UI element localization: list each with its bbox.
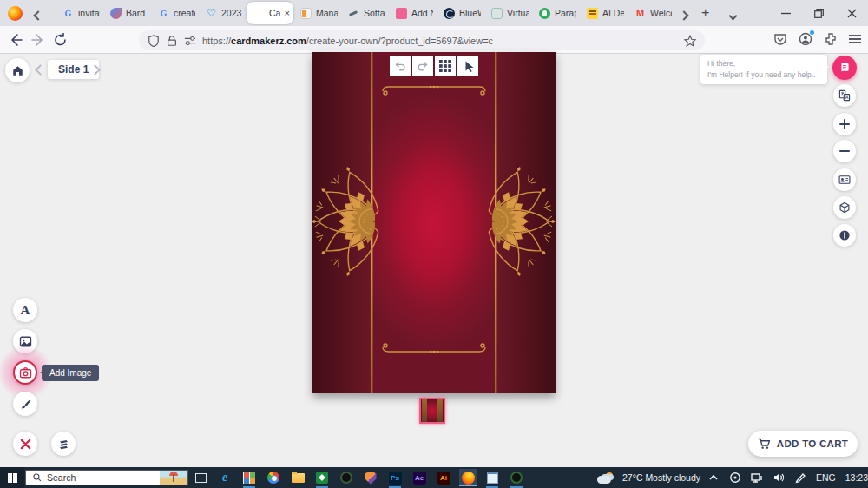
manage-icon [300, 8, 312, 19]
translate-button[interactable]: A [833, 84, 856, 107]
helper-line1: Hi there, [707, 58, 820, 69]
account-icon[interactable] [799, 32, 812, 46]
view-3d-button[interactable] [833, 196, 856, 219]
plus-icon [839, 119, 850, 129]
tab-add-new[interactable]: Add N [389, 0, 437, 26]
tab-ai-detector[interactable]: AI Det [580, 0, 628, 26]
photos-icon[interactable] [240, 469, 258, 486]
zoom-out-button[interactable] [833, 140, 856, 162]
bookmark-star-icon[interactable] [684, 35, 696, 47]
tab-2023[interactable]: ♡2023 P [199, 0, 247, 26]
internet-explorer-icon[interactable]: e [216, 469, 233, 486]
side-thumbnail[interactable] [419, 398, 445, 424]
tab-manage[interactable]: Mana [293, 0, 341, 26]
extensions-icon[interactable] [824, 32, 838, 46]
draw-button[interactable] [13, 392, 37, 416]
heart-icon: ♡ [206, 8, 217, 19]
clock[interactable]: 13:23 [845, 472, 868, 483]
brush-icon [19, 398, 32, 411]
meet-now-icon[interactable] [729, 472, 741, 484]
defender-shield-icon[interactable] [362, 469, 379, 486]
tab-virtual[interactable]: Virtua [484, 0, 532, 26]
info-icon [838, 229, 851, 241]
paraphraser-icon [539, 8, 550, 19]
info-button[interactable] [833, 224, 856, 247]
address-bar[interactable]: https://cardmakerz.com/create-your-own/?… [139, 30, 705, 50]
tab-softaculous[interactable]: Softac [341, 0, 389, 26]
start-button[interactable] [0, 467, 24, 488]
helper-book-icon [838, 62, 851, 74]
windows-ink-pen-icon[interactable] [794, 472, 806, 484]
close-editor-button[interactable] [13, 432, 37, 456]
add-image-button[interactable] [13, 360, 37, 385]
tab-cardmakerz-active[interactable]: Car× [247, 2, 293, 24]
scroll-tabs-left-icon[interactable] [35, 7, 47, 19]
zoom-in-button[interactable] [833, 113, 856, 135]
lens-app-icon[interactable] [338, 469, 355, 486]
sharex-icon[interactable] [313, 469, 331, 486]
obs-icon[interactable] [508, 469, 525, 486]
redo-button[interactable] [412, 56, 433, 76]
close-tab-icon[interactable]: × [285, 9, 290, 18]
minimize-icon[interactable] [769, 0, 802, 26]
tab-invitation[interactable]: Ginvitat [56, 0, 103, 26]
menu-icon[interactable] [849, 35, 861, 43]
system-tray: ENG 13:23 [707, 467, 868, 488]
sticky-notes-icon[interactable] [483, 469, 501, 486]
browser-tab-bar: Ginvitat Bard Gcreate ♡2023 P Car× Mana … [0, 0, 868, 26]
helper-line2: I'm Helper! If you need any help.. [707, 69, 820, 81]
taskbar-search-box[interactable]: Search [25, 470, 188, 485]
reload-icon[interactable] [54, 33, 68, 47]
grid-button[interactable] [435, 56, 456, 76]
photoshop-icon[interactable]: Ps [386, 469, 404, 486]
firefox-taskbar-icon[interactable] [459, 469, 477, 486]
card-canvas[interactable] [312, 52, 556, 393]
restore-icon[interactable] [802, 0, 835, 26]
weather-widget[interactable]: 27°C Mostly cloudy [597, 467, 700, 488]
network-icon[interactable] [751, 472, 763, 484]
new-tab-button[interactable]: + [701, 5, 709, 21]
home-button[interactable] [5, 58, 30, 82]
prev-side-icon[interactable] [35, 64, 46, 76]
chrome-icon[interactable] [265, 469, 282, 486]
add-text-button[interactable]: A [13, 298, 37, 322]
helper-chat-button[interactable] [832, 56, 857, 80]
search-placeholder: Search [47, 472, 160, 483]
illustrator-icon[interactable]: Ai [435, 469, 452, 486]
task-view-icon[interactable] [192, 469, 209, 486]
folder-pink-icon [396, 8, 407, 19]
forward-icon[interactable] [31, 33, 45, 47]
close-window-icon[interactable] [835, 0, 868, 26]
gmail-icon: M [635, 8, 646, 19]
tab-bluewillow[interactable]: BlueW [437, 0, 484, 26]
add-to-cart-button[interactable]: ADD TO CART [748, 431, 858, 457]
select-button[interactable] [457, 56, 478, 76]
google-icon: G [158, 8, 169, 19]
tab-bard[interactable]: Bard [103, 0, 151, 26]
after-effects-icon[interactable]: Ae [411, 469, 428, 486]
scroll-tabs-right-icon[interactable] [681, 7, 693, 19]
url-text[interactable]: https://cardmakerz.com/create-your-own/?… [202, 36, 678, 46]
canvas-toolbar [390, 56, 478, 76]
search-highlight-image[interactable] [160, 470, 187, 485]
add-to-cart-label: ADD TO CART [777, 439, 848, 449]
volume-icon[interactable] [773, 472, 785, 484]
ai-detector-icon [587, 8, 598, 19]
list-tabs-icon[interactable] [730, 7, 742, 19]
permissions-icon[interactable] [184, 35, 196, 47]
tab-paraphraser[interactable]: Parap [532, 0, 580, 26]
layers-icon [57, 438, 70, 451]
show-hidden-icons-icon[interactable] [707, 472, 720, 484]
tab-create[interactable]: Gcreate [151, 0, 199, 26]
tab-welcome[interactable]: MWelco [628, 0, 675, 26]
language-indicator[interactable]: ENG [816, 472, 836, 483]
tracking-protection-shield-icon[interactable] [148, 35, 160, 47]
undo-button[interactable] [390, 56, 411, 76]
pocket-icon[interactable] [773, 32, 787, 46]
lock-icon[interactable] [166, 35, 178, 47]
layers-button[interactable] [51, 432, 76, 456]
tab-strip: Ginvitat Bard Gcreate ♡2023 P Car× Mana … [56, 0, 675, 26]
file-explorer-icon[interactable] [289, 469, 306, 486]
card-preview-button[interactable] [833, 168, 856, 191]
back-icon[interactable] [9, 33, 23, 47]
